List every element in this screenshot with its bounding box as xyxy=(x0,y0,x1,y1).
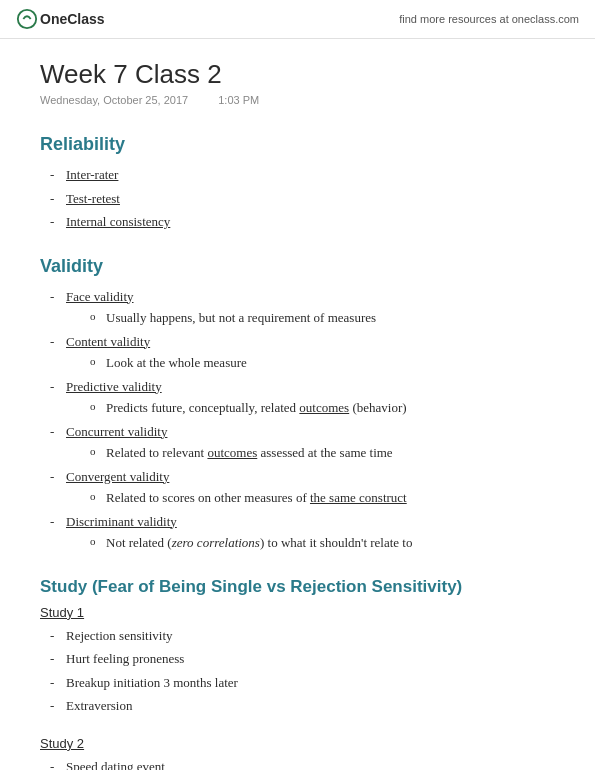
face-validity-label: Face validity xyxy=(66,289,134,304)
study1-list: Rejection sensitivity Hurt feeling prone… xyxy=(40,626,555,716)
predictive-validity-label: Predictive validity xyxy=(66,379,162,394)
list-item: Speed dating event xyxy=(50,757,555,771)
list-item: Rejection sensitivity xyxy=(50,626,555,646)
header-logo: OneClass xyxy=(16,8,105,30)
main-content: Week 7 Class 2 Wednesday, October 25, 20… xyxy=(0,39,595,770)
list-item: Internal consistency xyxy=(50,212,555,232)
study2-list: Speed dating event xyxy=(40,757,555,771)
study-section: Study (Fear of Being Single vs Rejection… xyxy=(40,577,555,771)
discriminant-validity-label: Discriminant validity xyxy=(66,514,177,529)
header-logo-text: OneClass xyxy=(40,11,105,27)
convergent-validity-detail: Related to scores on other measures of t… xyxy=(106,490,407,505)
validity-sublist: Related to scores on other measures of t… xyxy=(66,488,555,508)
concurrent-validity-label: Concurrent validity xyxy=(66,424,167,439)
validity-title: Validity xyxy=(40,256,555,277)
study1-item3: Breakup initiation 3 months later xyxy=(66,675,238,690)
list-item: Content validity Look at the whole measu… xyxy=(50,332,555,373)
oneclass-logo-icon xyxy=(16,8,38,30)
convergent-validity-label: Convergent validity xyxy=(66,469,169,484)
list-item: Inter-rater xyxy=(50,165,555,185)
validity-section: Validity Face validity Usually happens, … xyxy=(40,256,555,553)
validity-sublist: Predicts future, conceptually, related o… xyxy=(66,398,555,418)
study1-label: Study 1 xyxy=(40,605,555,620)
content-validity-label: Content validity xyxy=(66,334,150,349)
study1-item2: Hurt feeling proneness xyxy=(66,651,184,666)
list-item: Face validity Usually happens, but not a… xyxy=(50,287,555,328)
page-title: Week 7 Class 2 xyxy=(40,59,555,90)
content-validity-detail: Look at the whole measure xyxy=(106,355,247,370)
validity-sublist: Look at the whole measure xyxy=(66,353,555,373)
page-time: 1:03 PM xyxy=(218,94,259,106)
validity-sublist: Related to relevant outcomes assessed at… xyxy=(66,443,555,463)
list-item: Extraversion xyxy=(50,696,555,716)
test-retest-label: Test-retest xyxy=(66,191,120,206)
validity-sublist: Usually happens, but not a requirement o… xyxy=(66,308,555,328)
list-item: Hurt feeling proneness xyxy=(50,649,555,669)
header-tagline: find more resources at oneclass.com xyxy=(399,13,579,25)
reliability-list: Inter-rater Test-retest Internal consist… xyxy=(40,165,555,232)
list-item: Related to relevant outcomes assessed at… xyxy=(86,443,555,463)
header: OneClass find more resources at oneclass… xyxy=(0,0,595,39)
study2-item1: Speed dating event xyxy=(66,759,165,771)
discriminant-validity-detail: Not related (zero correlations) to what … xyxy=(106,535,412,550)
page-date: Wednesday, October 25, 2017 xyxy=(40,94,188,106)
list-item: Discriminant validity Not related (zero … xyxy=(50,512,555,553)
reliability-title: Reliability xyxy=(40,134,555,155)
study1-item4: Extraversion xyxy=(66,698,132,713)
validity-list: Face validity Usually happens, but not a… xyxy=(40,287,555,553)
face-validity-detail: Usually happens, but not a requirement o… xyxy=(106,310,376,325)
validity-sublist: Not related (zero correlations) to what … xyxy=(66,533,555,553)
svg-point-0 xyxy=(18,10,36,28)
concurrent-validity-detail: Related to relevant outcomes assessed at… xyxy=(106,445,393,460)
list-item: Test-retest xyxy=(50,189,555,209)
inter-rater-label: Inter-rater xyxy=(66,167,118,182)
study2-label: Study 2 xyxy=(40,736,555,751)
list-item: Look at the whole measure xyxy=(86,353,555,373)
list-item: Convergent validity Related to scores on… xyxy=(50,467,555,508)
study-section-title: Study (Fear of Being Single vs Rejection… xyxy=(40,577,555,597)
list-item: Related to scores on other measures of t… xyxy=(86,488,555,508)
reliability-section: Reliability Inter-rater Test-retest Inte… xyxy=(40,134,555,232)
page-meta: Wednesday, October 25, 2017 1:03 PM xyxy=(40,94,555,106)
internal-consistency-label: Internal consistency xyxy=(66,214,170,229)
predictive-validity-detail: Predicts future, conceptually, related o… xyxy=(106,400,407,415)
list-item: Predictive validity Predicts future, con… xyxy=(50,377,555,418)
list-item: Breakup initiation 3 months later xyxy=(50,673,555,693)
study1-item1: Rejection sensitivity xyxy=(66,628,173,643)
list-item: Predicts future, conceptually, related o… xyxy=(86,398,555,418)
list-item: Concurrent validity Related to relevant … xyxy=(50,422,555,463)
list-item: Not related (zero correlations) to what … xyxy=(86,533,555,553)
list-item: Usually happens, but not a requirement o… xyxy=(86,308,555,328)
